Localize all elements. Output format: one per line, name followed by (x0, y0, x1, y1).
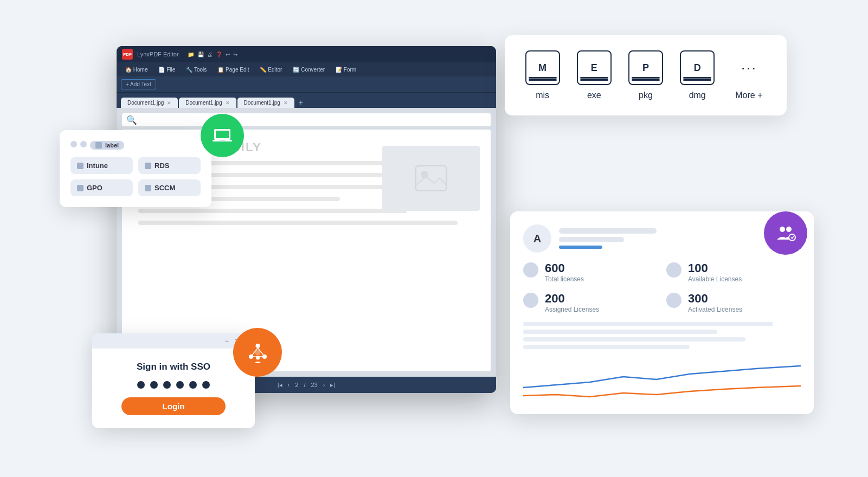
stat-number-activated: 300 (688, 292, 742, 306)
stat-info-assigned: 200 Assigned Licenses (545, 292, 599, 313)
lic-line-1 (523, 322, 773, 326)
stat-info-available: 100 Available Licenses (688, 261, 742, 283)
format-icon-dmg: D (680, 50, 715, 85)
page-separator: / (304, 382, 305, 388)
svg-rect-0 (416, 166, 446, 191)
signin-title: Sign in with SSO (137, 362, 210, 372)
page-first[interactable]: |◂ (278, 382, 282, 389)
dot-pw-3 (163, 381, 171, 389)
lic-line-2 (523, 330, 717, 334)
dot-label: label (90, 141, 124, 150)
svg-point-15 (786, 227, 792, 232)
deployment-dots: label (70, 141, 201, 150)
pdf-tabs: Document1.jpg ✕ Document1.jpg ✕ Document… (117, 93, 496, 108)
pdf-tab-add[interactable]: + (295, 97, 306, 108)
license-stats: 600 Total licenses 100 Available License… (523, 261, 801, 313)
pdf-app-title: LynxPDF Editor (137, 51, 179, 57)
pdf-logo: PDF (122, 49, 133, 60)
more-dots-icon: ··· (731, 50, 766, 85)
stat-label-activated: Activated Licenses (688, 306, 742, 313)
titlebar-minimize[interactable]: － (223, 336, 230, 346)
license-lines-list (523, 322, 801, 349)
format-pkg[interactable]: P pkg (625, 50, 666, 100)
purple-circle (764, 211, 807, 255)
stat-info-total: 600 Total licenses (545, 261, 584, 283)
menu-form[interactable]: 📝 Form (331, 66, 361, 74)
pdf-titlebar: PDF LynxPDF Editor 📁 💾 🖨 ❓ ↩ ↪ (117, 46, 496, 62)
dot-pw-1 (137, 381, 145, 389)
page-next[interactable]: › (323, 382, 325, 388)
signin-body: Sign in with SSO Login (92, 349, 255, 428)
deployment-options: Intune RDS GPO SCCM (70, 157, 201, 196)
pdf-tab-1[interactable]: Document1.jpg ✕ (121, 98, 178, 108)
users-icon (775, 222, 796, 244)
stat-dot-activated (666, 293, 681, 308)
license-chart (523, 358, 801, 401)
pdf-icon-2: 💾 (197, 51, 204, 57)
dot-1 (70, 141, 77, 147)
signin-titlebar: － □ ✕ (92, 333, 255, 349)
stat-number-assigned: 200 (545, 292, 599, 306)
format-dmg[interactable]: D dmg (677, 50, 718, 100)
deploy-gpo[interactable]: GPO (70, 179, 133, 196)
page-last[interactable]: ▸| (330, 382, 335, 389)
format-label-pkg: pkg (639, 91, 653, 100)
pdf-tab-3[interactable]: Document1.jpg ✕ (237, 98, 294, 108)
svg-rect-3 (216, 131, 229, 138)
tab-close-1[interactable]: ✕ (167, 100, 171, 106)
stat-number-available: 100 (688, 261, 742, 275)
format-mis[interactable]: M mis (522, 50, 563, 100)
page-total: 23 (311, 382, 317, 388)
dot-2 (80, 141, 87, 147)
pdf-icon-3: 🖨 (207, 51, 213, 57)
tab-close-2[interactable]: ✕ (226, 100, 230, 106)
orange-circle (233, 328, 282, 377)
toolbar-add-text[interactable]: + Add Text (121, 79, 156, 89)
dot-pw-2 (150, 381, 158, 389)
search-icon: 🔍 (126, 115, 137, 125)
login-button[interactable]: Login (121, 397, 226, 415)
page-prev[interactable]: ‹ (288, 382, 290, 388)
stat-dot-assigned (523, 293, 538, 308)
stat-number-total: 600 (545, 261, 584, 275)
stat-total: 600 Total licenses (523, 261, 658, 283)
pdf-icon-1: 📁 (188, 51, 194, 57)
green-circle (201, 114, 244, 157)
format-more-label: More + (735, 91, 762, 100)
format-icon-pkg: P (628, 50, 663, 85)
scene: PDF LynxPDF Editor 📁 💾 🖨 ❓ ↩ ↪ 🏠 Home 📄 … (0, 0, 868, 477)
header-line-2 (559, 237, 624, 242)
tab-close-3[interactable]: ✕ (284, 100, 288, 106)
menu-file[interactable]: 📄 File (154, 66, 179, 74)
svg-point-13 (256, 356, 260, 359)
page-number: 2 (295, 382, 298, 388)
header-line-accent (559, 246, 602, 249)
menu-editor[interactable]: ✏️ Editor (255, 66, 286, 74)
lic-line-4 (523, 345, 690, 349)
deploy-sccm[interactable]: SCCM (138, 179, 201, 196)
format-icon-mis: M (525, 50, 560, 85)
signin-dots (137, 381, 210, 389)
format-label-exe: exe (587, 91, 601, 100)
stat-available: 100 Available Licenses (666, 261, 801, 283)
pdf-line-5 (138, 209, 407, 213)
stat-label-total: Total licenses (545, 275, 584, 283)
pdf-icon-6: ↪ (233, 51, 237, 57)
format-more[interactable]: ··· More + (729, 50, 769, 100)
deploy-intune[interactable]: Intune (70, 157, 133, 174)
pdf-toolbar: + Add Text (117, 76, 496, 93)
license-header: A (523, 224, 801, 253)
svg-point-16 (789, 234, 795, 241)
deploy-rds[interactable]: RDS (138, 157, 201, 174)
pdf-icon-4: ❓ (216, 51, 222, 57)
menu-home[interactable]: 🏠 Home (121, 66, 152, 74)
pdf-tab-2[interactable]: Document1.jpg ✕ (179, 98, 236, 108)
stat-label-assigned: Assigned Licenses (545, 306, 599, 313)
pdf-search-bar[interactable]: 🔍 (122, 113, 491, 126)
stat-dot-total (523, 262, 538, 278)
format-exe[interactable]: E exe (574, 50, 614, 100)
svg-rect-5 (219, 140, 226, 141)
menu-converter[interactable]: 🔄 Converter (288, 66, 329, 74)
menu-tools[interactable]: 🔧 Tools (182, 66, 211, 74)
menu-page-edit[interactable]: 📋 Page Edit (213, 66, 253, 74)
